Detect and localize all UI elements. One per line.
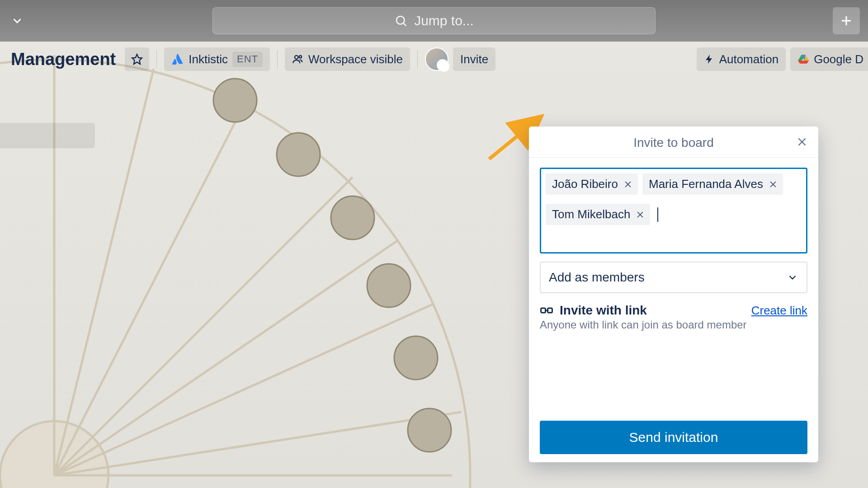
chip-remove[interactable] xyxy=(768,179,778,190)
board-area: Management Inktistic ENT Workspace visib… xyxy=(0,42,868,488)
divider xyxy=(417,50,418,68)
invite-popover: Invite to board João Ribeiro Maria Ferna… xyxy=(529,127,818,462)
divider xyxy=(156,50,157,68)
member-chip: Maria Fernanda Alves xyxy=(642,174,783,195)
popover-title: Invite to board xyxy=(633,136,713,150)
google-drive-icon xyxy=(797,53,809,65)
close-icon xyxy=(796,136,808,148)
link-icon xyxy=(540,304,553,317)
svg-line-7 xyxy=(54,177,353,475)
svg-point-17 xyxy=(367,264,410,307)
invite-label: Invite xyxy=(460,52,488,66)
chip-label: Maria Fernanda Alves xyxy=(649,177,763,191)
invite-link-title: Invite with link xyxy=(560,303,647,318)
svg-point-19 xyxy=(408,408,451,452)
list-placeholder[interactable] xyxy=(0,123,95,148)
org-button[interactable]: Inktistic ENT xyxy=(164,47,270,71)
role-select[interactable]: Add as members xyxy=(540,262,807,293)
divider xyxy=(277,50,278,68)
avatar-badge-icon xyxy=(439,61,449,72)
svg-rect-36 xyxy=(541,308,546,313)
popover-header: Invite to board xyxy=(529,127,818,158)
text-caret xyxy=(657,207,658,222)
visibility-button[interactable]: Workspace visible xyxy=(285,47,410,71)
atlassian-icon xyxy=(171,53,184,66)
board-toolbar: Management Inktistic ENT Workspace visib… xyxy=(0,42,868,77)
bolt-icon xyxy=(704,54,715,65)
svg-point-0 xyxy=(396,16,405,24)
chip-remove[interactable] xyxy=(623,179,633,190)
app-topbar: Jump to... xyxy=(0,0,868,42)
svg-marker-24 xyxy=(805,55,809,61)
svg-line-10 xyxy=(54,96,249,475)
svg-point-18 xyxy=(394,336,438,380)
close-icon xyxy=(769,180,778,189)
svg-line-8 xyxy=(54,304,434,475)
google-drive-label: Google D xyxy=(814,52,863,66)
svg-point-22 xyxy=(299,56,302,58)
plus-icon xyxy=(839,13,854,28)
visibility-label: Workspace visible xyxy=(308,52,403,66)
member-avatar[interactable] xyxy=(425,47,448,71)
jump-to-search[interactable]: Jump to... xyxy=(212,7,656,34)
star-icon xyxy=(131,53,143,65)
svg-rect-37 xyxy=(548,308,552,313)
svg-marker-26 xyxy=(798,61,809,64)
member-chip: Tom Mikelbach xyxy=(546,204,650,225)
chip-remove[interactable] xyxy=(635,209,646,220)
create-link[interactable]: Create link xyxy=(751,304,807,318)
jump-to-placeholder: Jump to... xyxy=(414,13,474,28)
org-name: Inktistic xyxy=(189,52,228,66)
member-chip: João Ribeiro xyxy=(546,174,638,195)
people-icon xyxy=(292,53,304,65)
org-badge: ENT xyxy=(232,52,263,67)
svg-point-14 xyxy=(213,79,257,122)
create-button[interactable] xyxy=(833,7,860,34)
chip-label: João Ribeiro xyxy=(552,177,618,191)
automation-label: Automation xyxy=(719,52,779,66)
automation-button[interactable]: Automation xyxy=(697,47,786,71)
invite-members-input[interactable]: João Ribeiro Maria Fernanda Alves Tom Mi… xyxy=(540,168,807,253)
role-select-label: Add as members xyxy=(549,270,645,285)
menu-dropdown-icon[interactable] xyxy=(8,12,26,30)
svg-line-12 xyxy=(54,240,398,475)
close-button[interactable] xyxy=(795,135,809,149)
close-icon xyxy=(623,180,632,189)
svg-point-15 xyxy=(277,133,320,176)
svg-marker-20 xyxy=(132,54,142,64)
google-drive-button[interactable]: Google D xyxy=(790,47,868,71)
invite-button[interactable]: Invite xyxy=(453,47,495,71)
svg-line-1 xyxy=(404,23,406,26)
star-button[interactable] xyxy=(125,47,149,71)
board-title[interactable]: Management xyxy=(6,47,120,72)
popover-body: João Ribeiro Maria Fernanda Alves Tom Mi… xyxy=(529,158,818,421)
chevron-down-icon xyxy=(787,272,798,283)
svg-point-16 xyxy=(331,196,374,239)
close-icon xyxy=(636,210,645,219)
invite-link-row: Invite with link Create link xyxy=(540,301,807,318)
svg-point-21 xyxy=(295,56,298,59)
svg-line-9 xyxy=(54,412,461,475)
chip-label: Tom Mikelbach xyxy=(552,207,630,221)
invite-link-subtitle: Anyone with link can join as board membe… xyxy=(540,319,807,331)
send-invitation-button[interactable]: Send invitation xyxy=(540,421,807,454)
search-icon xyxy=(394,14,408,28)
